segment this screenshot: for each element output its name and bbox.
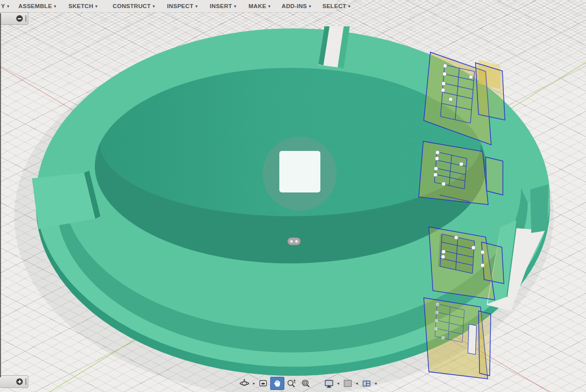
grid-icon: [343, 378, 353, 388]
chevron-down-icon: ▾: [153, 4, 155, 9]
zoom-button[interactable]: [284, 377, 299, 390]
menu-item-construct[interactable]: CONSTRUCT ▾: [113, 3, 155, 9]
pan-button[interactable]: [270, 377, 284, 390]
chevron-down-icon: ▾: [268, 4, 270, 9]
menu-label: INSPECT: [167, 3, 194, 9]
look-at-button[interactable]: [256, 377, 270, 390]
fusion-viewport-screenshot: { "menu": { "items": [ {"id": "modify-pa…: [0, 0, 586, 392]
menu-item-add-ins[interactable]: ADD-INS ▾: [282, 3, 311, 9]
sketch-plane-2-face[interactable]: [419, 141, 488, 205]
origin-icon[interactable]: [287, 238, 301, 245]
menu-label: Y: [1, 3, 5, 9]
pan-hand-icon: [272, 378, 282, 388]
zoom-window-icon: [301, 378, 311, 388]
chevron-down-icon[interactable]: ▾: [355, 381, 359, 386]
viewport-left-edge: [0, 13, 1, 377]
sketch-plane-3-face2[interactable]: [482, 242, 504, 284]
menu-item-inspect[interactable]: INSPECT ▾: [167, 3, 198, 9]
orbit-button[interactable]: [237, 377, 251, 390]
menu-label: SKETCH: [68, 3, 93, 9]
display-settings-button[interactable]: [322, 377, 336, 390]
chevron-down-icon: ▾: [348, 4, 350, 9]
menu-label: INSERT: [210, 3, 232, 9]
sketch-plane-2-face2[interactable]: [486, 157, 503, 195]
menu-item-sketch[interactable]: SKETCH ▾: [68, 3, 97, 9]
menu-item-select[interactable]: SELECT ▾: [322, 3, 351, 9]
collapse-circle-icon: [16, 15, 23, 22]
chevron-down-icon: ▾: [196, 4, 198, 9]
viewports-button[interactable]: [359, 377, 374, 390]
menu-label: SELECT: [322, 3, 346, 9]
zoom-icon: [286, 378, 297, 388]
menu-label: MAKE: [248, 3, 266, 9]
chevron-down-icon[interactable]: ▾: [374, 381, 378, 386]
look-at-icon: [258, 378, 268, 388]
menu-item-assemble[interactable]: ASSEMBLE ▾: [18, 3, 56, 9]
sketch-plane-4-slot: [468, 324, 477, 355]
sketch-plane-4-face2[interactable]: [479, 311, 491, 376]
sketch-plane-1-face2[interactable]: [475, 63, 505, 120]
chevron-down-icon[interactable]: ▾: [251, 381, 256, 386]
menu-label: CONSTRUCT: [113, 3, 151, 9]
chevron-down-icon: ▾: [234, 4, 236, 9]
chevron-down-icon: ▾: [7, 4, 9, 9]
menu-label: ADD-INS: [282, 3, 307, 9]
orbit-icon: [239, 378, 249, 388]
drag-handle-icon[interactable]: [25, 15, 26, 22]
viewports-icon: [361, 378, 372, 388]
chevron-down-icon: ▾: [309, 4, 311, 9]
right-gap-back-cap[interactable]: [530, 184, 548, 233]
menu-label: ASSEMBLE: [18, 3, 52, 9]
menu-item-modify-partial[interactable]: Y ▾: [1, 3, 9, 9]
panel-toggle-bottom[interactable]: [0, 375, 28, 388]
display-settings-icon: [324, 378, 334, 388]
chevron-down-icon[interactable]: ▾: [336, 381, 341, 386]
menu-item-insert[interactable]: INSERT ▾: [210, 3, 236, 9]
menu-item-make[interactable]: MAKE ▾: [248, 3, 270, 9]
drag-handle-icon[interactable]: [25, 378, 26, 385]
navigation-toolbar: ▾: [237, 377, 378, 390]
grid-and-snaps-button[interactable]: [341, 377, 355, 390]
watermark-square: [279, 151, 320, 192]
panel-toggle-top[interactable]: [0, 12, 28, 25]
sketch-plane-4[interactable]: [424, 298, 491, 379]
sketch-plane-4-face[interactable]: [424, 298, 488, 379]
fit-button[interactable]: [299, 377, 313, 390]
chevron-down-icon: ▾: [95, 4, 97, 9]
chevron-down-icon: ▾: [54, 4, 56, 9]
menubar: Y ▾ ASSEMBLE ▾ SKETCH ▾ CONSTRUCT ▾ INSP…: [0, 0, 337, 13]
expand-circle-icon: [16, 378, 23, 385]
